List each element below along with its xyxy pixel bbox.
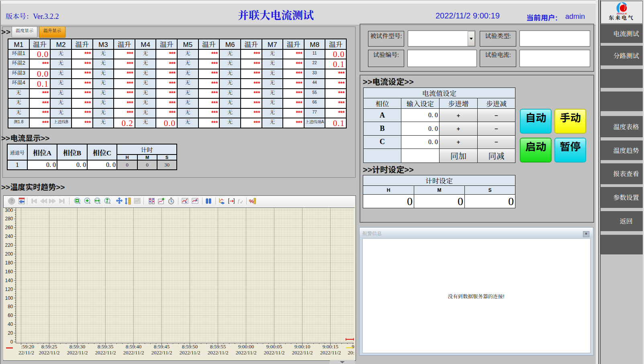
svg-text:180: 180 — [5, 260, 13, 266]
svg-text:100: 100 — [5, 295, 13, 301]
svg-text:200: 200 — [5, 251, 13, 257]
svg-text:300: 300 — [5, 207, 13, 213]
svg-text:140: 140 — [5, 278, 13, 283]
svg-text:20: 20 — [8, 330, 13, 336]
svg-text:20:: 20: — [348, 350, 354, 356]
svg-text::59:20: :59:20 — [21, 344, 34, 350]
svg-text:120: 120 — [5, 287, 13, 292]
svg-text:280: 280 — [5, 216, 13, 222]
svg-text:2022/11/2: 2022/11/2 — [179, 350, 200, 356]
svg-text:2022/11/2: 2022/11/2 — [123, 350, 144, 356]
svg-text:9: 9 — [352, 344, 355, 350]
svg-text:2022/11/2: 2022/11/2 — [39, 350, 59, 356]
svg-text:2022/11/2: 2022/11/2 — [235, 350, 256, 356]
svg-text:22/11/2: 22/11/2 — [18, 350, 34, 356]
svg-text:40: 40 — [8, 321, 13, 327]
svg-text:0: 0 — [10, 339, 13, 345]
svg-text:60: 60 — [8, 313, 13, 318]
svg-text:80: 80 — [8, 304, 13, 309]
svg-text:%: % — [249, 198, 254, 204]
svg-text:2022/11/2: 2022/11/2 — [264, 350, 284, 356]
svg-text:2022/11/2: 2022/11/2 — [151, 350, 172, 356]
svg-text:东来电气: 东来电气 — [609, 14, 634, 21]
svg-text:2022/11/2: 2022/11/2 — [67, 350, 88, 356]
svg-text:2022/11/2: 2022/11/2 — [320, 350, 341, 356]
svg-text:2022/11/2: 2022/11/2 — [95, 350, 116, 356]
svg-text:240: 240 — [5, 234, 13, 239]
svg-text:260: 260 — [5, 225, 13, 230]
svg-text:?: ? — [10, 199, 13, 203]
svg-text:2022/11/2: 2022/11/2 — [207, 350, 228, 356]
svg-text:f: f — [238, 198, 240, 204]
svg-text:220: 220 — [5, 242, 13, 248]
svg-text:160: 160 — [5, 269, 13, 275]
svg-text:2022/11/2: 2022/11/2 — [292, 350, 313, 356]
